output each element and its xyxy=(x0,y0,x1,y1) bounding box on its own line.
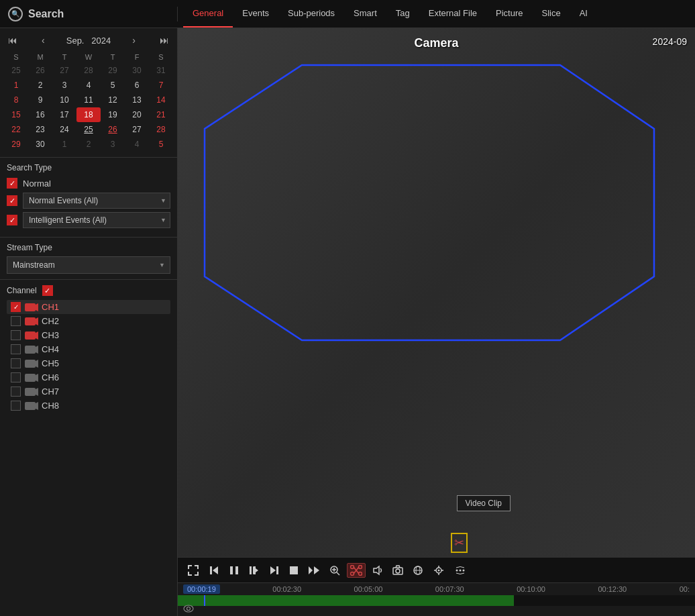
stream-type-select[interactable]: Mainstream Substream Both xyxy=(7,256,170,274)
tab-sub-periods[interactable]: Sub-periods xyxy=(278,0,344,28)
audio-button[interactable] xyxy=(370,564,386,577)
cal-day[interactable]: 1 xyxy=(52,137,76,152)
cal-first-btn[interactable]: ⏮ xyxy=(5,34,20,47)
current-time-display: 00:00:19 xyxy=(183,584,220,594)
cal-day[interactable]: 16 xyxy=(28,107,52,122)
cal-day[interactable]: 2 xyxy=(76,137,101,152)
cal-day[interactable]: 27 xyxy=(52,63,76,78)
cal-day[interactable]: 11 xyxy=(76,93,101,107)
cal-day[interactable]: 10 xyxy=(52,93,76,107)
cal-day[interactable]: 5 xyxy=(101,78,125,93)
channel-item-ch8[interactable]: CH8 xyxy=(7,399,170,413)
tab-general[interactable]: General xyxy=(183,0,233,28)
cal-day[interactable]: 20 xyxy=(125,107,149,122)
smart-overlay-button[interactable] xyxy=(430,564,447,577)
ch1-checkbox[interactable] xyxy=(11,302,21,312)
channel-item-ch1[interactable]: CH1 xyxy=(7,300,170,314)
cal-day[interactable]: 26 xyxy=(101,122,125,137)
cal-day[interactable]: 25 xyxy=(76,122,101,137)
cal-day[interactable]: 19 xyxy=(101,107,125,122)
channel-all-checkbox[interactable] xyxy=(42,285,53,296)
calendar: ⏮ ‹ Sep. 2024 › ⏭ S M T W T F S xyxy=(0,28,177,158)
tab-ai[interactable]: AI xyxy=(570,0,597,28)
cal-day[interactable]: 1 xyxy=(4,78,28,93)
snapshot-button[interactable] xyxy=(390,564,406,577)
cal-day[interactable]: 14 xyxy=(149,93,173,107)
intelligent-events-select[interactable]: Intelligent Events (All) xyxy=(23,212,170,228)
cal-prev-btn[interactable]: ‹ xyxy=(39,34,48,47)
channel-item-ch3[interactable]: CH3 xyxy=(7,328,170,342)
cal-day[interactable]: 31 xyxy=(149,63,173,78)
ch4-checkbox[interactable] xyxy=(11,344,21,354)
cal-day[interactable]: 25 xyxy=(4,63,28,78)
cal-day[interactable]: 6 xyxy=(125,78,149,93)
cal-day[interactable]: 13 xyxy=(125,93,149,107)
cal-day[interactable]: 3 xyxy=(101,137,125,152)
skip-fwd-button[interactable] xyxy=(266,564,282,577)
cal-day[interactable]: 28 xyxy=(76,63,101,78)
fisheye-button[interactable] xyxy=(410,564,426,577)
eye-button[interactable] xyxy=(183,604,194,615)
cal-day[interactable]: 17 xyxy=(52,107,76,122)
ch3-name: CH3 xyxy=(42,330,59,340)
cal-day[interactable]: 28 xyxy=(149,122,173,137)
channel-item-ch4[interactable]: CH4 xyxy=(7,342,170,356)
cal-day[interactable]: 12 xyxy=(101,93,125,107)
cal-day[interactable]: 26 xyxy=(28,63,52,78)
tab-events[interactable]: Events xyxy=(233,0,278,28)
step-button[interactable] xyxy=(246,564,262,577)
ch3-checkbox[interactable] xyxy=(11,330,21,340)
cal-day[interactable]: 3 xyxy=(52,78,76,93)
timeline-playhead[interactable] xyxy=(204,595,205,606)
cal-next-btn[interactable]: › xyxy=(129,34,138,47)
video-clip-button[interactable] xyxy=(347,563,366,578)
channel-item-ch5[interactable]: CH5 xyxy=(7,356,170,370)
cal-day[interactable]: 5 xyxy=(149,137,173,152)
zoom-in-button[interactable] xyxy=(327,564,343,577)
cal-day[interactable]: 4 xyxy=(76,78,101,93)
cal-day[interactable]: 9 xyxy=(28,93,52,107)
tab-tag[interactable]: Tag xyxy=(386,0,419,28)
normal-events-select[interactable]: Normal Events (All) xyxy=(23,193,170,209)
cal-day[interactable]: 24 xyxy=(52,122,76,137)
cal-day[interactable]: 15 xyxy=(4,107,28,122)
cal-day[interactable]: 23 xyxy=(28,122,52,137)
cal-day[interactable]: 30 xyxy=(125,63,149,78)
ch2-checkbox[interactable] xyxy=(11,316,21,326)
cal-day[interactable]: 8 xyxy=(4,93,28,107)
channel-item-ch7[interactable]: CH7 xyxy=(7,384,170,399)
tab-slice[interactable]: Slice xyxy=(532,0,570,28)
cal-day[interactable]: 30 xyxy=(28,137,52,152)
tab-external-file[interactable]: External File xyxy=(419,0,486,28)
cal-day[interactable]: 4 xyxy=(125,137,149,152)
fullscreen-button[interactable] xyxy=(184,563,202,578)
normal-checkbox[interactable] xyxy=(7,178,17,189)
timeline-track[interactable] xyxy=(178,595,695,606)
cal-day[interactable]: 21 xyxy=(149,107,173,122)
cal-day[interactable]: 29 xyxy=(101,63,125,78)
intelligent-events-checkbox[interactable] xyxy=(7,215,17,225)
cal-day[interactable]: 22 xyxy=(4,122,28,137)
more-button[interactable] xyxy=(451,564,469,577)
ch8-checkbox[interactable] xyxy=(11,401,21,411)
svg-point-49 xyxy=(396,569,400,573)
channel-item-ch6[interactable]: CH6 xyxy=(7,370,170,384)
play-pause-button[interactable] xyxy=(226,564,242,577)
slow-fwd-button[interactable] xyxy=(305,564,323,576)
ch5-checkbox[interactable] xyxy=(11,358,21,368)
normal-check-row[interactable]: Normal xyxy=(7,178,170,189)
cal-day[interactable]: 29 xyxy=(4,137,28,152)
cal-last-btn[interactable]: ⏭ xyxy=(157,34,172,47)
channel-item-ch2[interactable]: CH2 xyxy=(7,314,170,328)
cal-today[interactable]: 18 xyxy=(76,107,101,122)
ch6-checkbox[interactable] xyxy=(11,372,21,382)
cal-day[interactable]: 2 xyxy=(28,78,52,93)
tab-picture[interactable]: Picture xyxy=(486,0,532,28)
skip-back-button[interactable] xyxy=(206,564,222,577)
stop-button[interactable] xyxy=(286,564,301,576)
cal-day[interactable]: 27 xyxy=(125,122,149,137)
ch7-checkbox[interactable] xyxy=(11,387,21,397)
normal-events-checkbox[interactable] xyxy=(7,195,17,206)
cal-day[interactable]: 7 xyxy=(149,78,173,93)
tab-smart[interactable]: Smart xyxy=(344,0,386,28)
